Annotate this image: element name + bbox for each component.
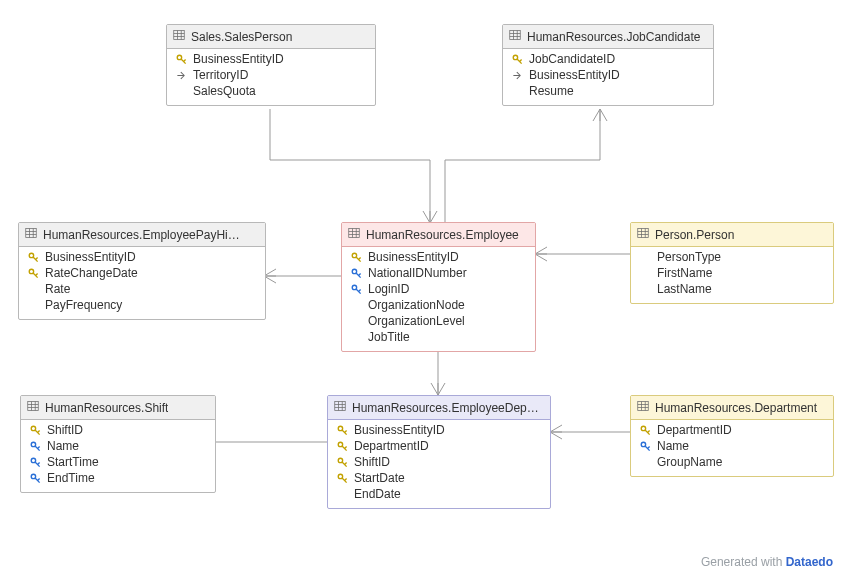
entity-emp-dept-hist[interactable]: HumanResources.EmployeeDepar…BusinessEnt… <box>327 395 551 509</box>
svg-rect-14 <box>174 31 185 40</box>
column-row[interactable]: ShiftID <box>21 422 215 438</box>
column-name: JobCandidateID <box>529 52 615 66</box>
svg-rect-25 <box>510 31 521 40</box>
svg-line-73 <box>37 430 39 432</box>
column-row[interactable]: BusinessEntityID <box>342 249 535 265</box>
column-name: BusinessEntityID <box>368 250 459 264</box>
table-icon <box>637 400 649 415</box>
entity-title: HumanResources.JobCandidate <box>527 30 700 44</box>
column-row[interactable]: BusinessEntityID <box>19 249 265 265</box>
column-row[interactable]: JobCandidateID <box>503 51 713 67</box>
table-icon <box>173 29 185 44</box>
column-row[interactable]: JobTitle <box>342 329 535 345</box>
no-icon <box>639 267 651 279</box>
entity-header[interactable]: HumanResources.Shift <box>21 396 215 420</box>
footer-text: Generated with <box>701 555 786 569</box>
erd-canvas: Generated with Dataedo Sales.SalesPerson… <box>0 0 849 575</box>
entity-department[interactable]: HumanResources.DepartmentDepartmentIDNam… <box>630 395 834 477</box>
no-icon <box>639 456 651 468</box>
column-name: LoginID <box>368 282 409 296</box>
entity-header[interactable]: HumanResources.EmployeePayHi… <box>19 223 265 247</box>
column-name: ShiftID <box>47 423 83 437</box>
column-name: DepartmentID <box>657 423 732 437</box>
column-row[interactable]: LastName <box>631 281 833 297</box>
entity-header[interactable]: Person.Person <box>631 223 833 247</box>
column-row[interactable]: FirstName <box>631 265 833 281</box>
entity-job-candidate[interactable]: HumanResources.JobCandidateJobCandidateI… <box>502 24 714 106</box>
entity-title: HumanResources.Department <box>655 401 817 415</box>
column-row[interactable]: LoginID <box>342 281 535 297</box>
foreign-key-icon <box>175 69 187 81</box>
column-row[interactable]: DepartmentID <box>328 438 550 454</box>
column-row[interactable]: OrganizationLevel <box>342 313 535 329</box>
column-name: Name <box>47 439 79 453</box>
no-icon <box>27 299 39 311</box>
column-row[interactable]: Name <box>631 438 833 454</box>
no-icon <box>175 85 187 97</box>
svg-line-21 <box>183 59 185 61</box>
column-row[interactable]: StartDate <box>328 470 550 486</box>
unique-key-icon <box>639 440 651 452</box>
entity-employee[interactable]: HumanResources.EmployeeBusinessEntityIDN… <box>341 222 536 352</box>
column-list: DepartmentIDNameGroupName <box>631 420 833 476</box>
entity-title: Person.Person <box>655 228 734 242</box>
svg-line-57 <box>358 273 360 275</box>
svg-line-82 <box>37 478 39 480</box>
entity-header[interactable]: Sales.SalesPerson <box>167 25 375 49</box>
column-row[interactable]: Name <box>21 438 215 454</box>
column-row[interactable]: Rate <box>19 281 265 297</box>
column-row[interactable]: SalesQuota <box>167 83 375 99</box>
primary-key-icon <box>336 456 348 468</box>
entity-pay-history[interactable]: HumanResources.EmployeePayHi…BusinessEnt… <box>18 222 266 320</box>
column-name: BusinessEntityID <box>354 423 445 437</box>
svg-rect-61 <box>638 229 649 238</box>
column-row[interactable]: PayFrequency <box>19 297 265 313</box>
no-icon <box>350 299 362 311</box>
entity-header[interactable]: HumanResources.Employee <box>342 223 535 247</box>
foreign-key-icon <box>511 69 523 81</box>
column-name: PersonType <box>657 250 721 264</box>
column-row[interactable]: GroupName <box>631 454 833 470</box>
primary-key-icon <box>336 440 348 452</box>
column-list: PersonTypeFirstNameLastName <box>631 247 833 303</box>
column-row[interactable]: DepartmentID <box>631 422 833 438</box>
column-row[interactable]: BusinessEntityID <box>328 422 550 438</box>
primary-key-icon <box>27 267 39 279</box>
column-name: GroupName <box>657 455 722 469</box>
entity-shift[interactable]: HumanResources.ShiftShiftIDNameStartTime… <box>20 395 216 493</box>
table-icon <box>637 227 649 242</box>
column-row[interactable]: OrganizationNode <box>342 297 535 313</box>
column-name: Name <box>657 439 689 453</box>
entity-header[interactable]: HumanResources.JobCandidate <box>503 25 713 49</box>
column-row[interactable]: StartTime <box>21 454 215 470</box>
column-row[interactable]: TerritoryID <box>167 67 375 83</box>
unique-key-icon <box>29 472 41 484</box>
footer-attribution: Generated with Dataedo <box>701 555 833 569</box>
entity-header[interactable]: HumanResources.Department <box>631 396 833 420</box>
column-row[interactable]: PersonType <box>631 249 833 265</box>
column-list: BusinessEntityIDRateChangeDateRatePayFre… <box>19 247 265 319</box>
entity-person[interactable]: Person.PersonPersonTypeFirstNameLastName <box>630 222 834 304</box>
column-row[interactable]: BusinessEntityID <box>167 51 375 67</box>
column-row[interactable]: ShiftID <box>328 454 550 470</box>
entity-sales-person[interactable]: Sales.SalesPersonBusinessEntityIDTerrito… <box>166 24 376 106</box>
column-row[interactable]: EndTime <box>21 470 215 486</box>
column-row[interactable]: RateChangeDate <box>19 265 265 281</box>
column-row[interactable]: NationalIDNumber <box>342 265 535 281</box>
entity-header[interactable]: HumanResources.EmployeeDepar… <box>328 396 550 420</box>
column-name: OrganizationNode <box>368 298 465 312</box>
svg-rect-66 <box>28 402 39 411</box>
table-icon <box>509 29 521 44</box>
column-row[interactable]: EndDate <box>328 486 550 502</box>
svg-rect-100 <box>638 402 649 411</box>
column-list: BusinessEntityIDDepartmentIDShiftIDStart… <box>328 420 550 508</box>
column-row[interactable]: Resume <box>503 83 713 99</box>
no-icon <box>350 331 362 343</box>
column-name: TerritoryID <box>193 68 248 82</box>
no-icon <box>350 315 362 327</box>
entity-title: Sales.SalesPerson <box>191 30 292 44</box>
column-row[interactable]: BusinessEntityID <box>503 67 713 83</box>
unique-key-icon <box>29 456 41 468</box>
svg-line-79 <box>37 462 39 464</box>
unique-key-icon <box>350 283 362 295</box>
